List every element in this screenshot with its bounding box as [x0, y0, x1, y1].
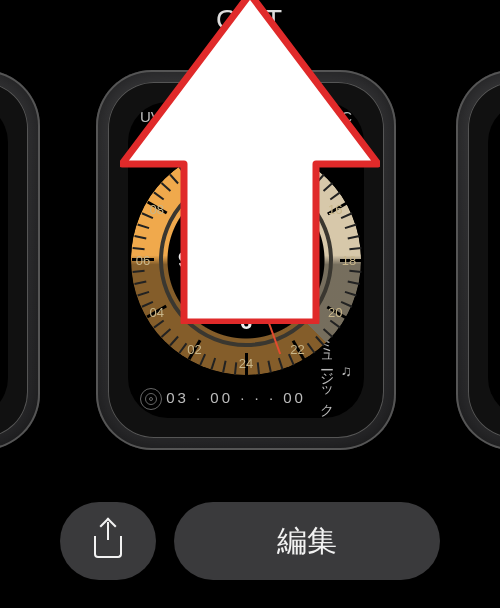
gmt-marker: 22 — [290, 342, 304, 357]
prev-face-card[interactable] — [0, 70, 40, 450]
bottom-left-complication[interactable]: 03 · 00 · · · 00 — [140, 388, 306, 410]
face-actions-row: 編集 — [0, 502, 500, 580]
edit-button-label: 編集 — [277, 521, 337, 562]
share-button[interactable] — [60, 502, 156, 580]
gmt-marker: 08 — [150, 201, 164, 216]
hour-marker: 4 — [294, 278, 306, 304]
hour-marker: 7 — [209, 301, 221, 327]
date-number: 17 — [273, 250, 293, 271]
gmt-marker: 20 — [328, 304, 342, 319]
activity-rings-icon — [140, 388, 162, 410]
gmt-marker: 02 — [187, 342, 201, 357]
gmt-marker: 16 — [328, 201, 342, 216]
edit-button[interactable]: 編集 — [174, 502, 440, 580]
face-name: GMT — [0, 4, 500, 36]
hour-marker: 6 — [240, 309, 252, 335]
hour-marker: 12 — [234, 185, 258, 211]
hour-marker: 3 — [302, 247, 314, 273]
temperature-complication[interactable]: 15 °C — [308, 108, 352, 125]
temp-arc: 15 — [308, 108, 331, 125]
gmt-marker: 12 — [239, 150, 253, 165]
gmt-dial: 121234567891011 020406081012141618202224… — [131, 145, 361, 375]
hour-marker: 10 — [180, 216, 204, 242]
hour-marker: 11 — [203, 193, 227, 219]
gmt-marker: 18 — [342, 253, 356, 268]
hour-marker: 9 — [178, 247, 190, 273]
share-icon — [94, 524, 122, 558]
uv-label: UVI — [140, 108, 165, 125]
uv-arc: ····· — [169, 108, 205, 125]
watch-face-gallery[interactable]: GMT UVI ····· 15 °C 03 · 00 · · · 00 — [0, 0, 500, 608]
gmt-marker: 10 — [187, 163, 201, 178]
gmt-marker: 24 — [239, 356, 253, 371]
next-face-card[interactable] — [456, 70, 500, 450]
gmt-marker: 04 — [150, 304, 164, 319]
uv-index-complication[interactable]: UVI ····· — [140, 108, 205, 125]
gmt-marker: 06 — [136, 253, 150, 268]
watch-screen: UVI ····· 15 °C 03 · 00 · · · 00 ミュージック … — [128, 102, 364, 418]
hour-marker: 5 — [271, 301, 283, 327]
hour-marker: 8 — [186, 278, 198, 304]
temp-unit: °C — [335, 108, 352, 125]
bottom-left-value: 03 · 00 · · · 00 — [166, 389, 306, 406]
current-face-card[interactable]: UVI ····· 15 °C 03 · 00 · · · 00 ミュージック … — [96, 70, 396, 450]
gmt-marker: 14 — [290, 163, 304, 178]
